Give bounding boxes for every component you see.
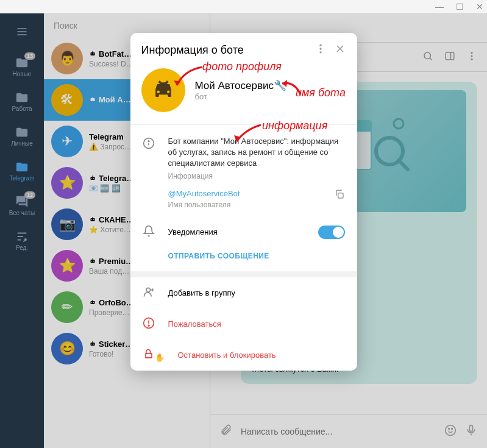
svg-point-53 — [157, 91, 159, 93]
info-icon — [143, 136, 155, 209]
send-message-button[interactable]: ОТПРАВИТЬ СООБЩЕНИЕ — [130, 251, 357, 271]
bot-description: Бот компании "Мой Автосервис": информаци… — [168, 136, 345, 169]
svg-point-54 — [167, 91, 169, 93]
notifications-toggle[interactable] — [318, 226, 345, 239]
modal-more-icon[interactable] — [315, 43, 327, 57]
block-button[interactable]: ✋ Остановить и блокировать — [130, 340, 357, 371]
bot-name: Мой Автосервис🔧 — [195, 79, 287, 92]
add-to-group-label: Добавить в группу — [168, 288, 236, 297]
modal-close-icon[interactable] — [334, 43, 346, 57]
bot-avatar[interactable] — [141, 68, 185, 112]
bell-icon — [143, 225, 155, 240]
report-button[interactable]: Пожаловаться — [130, 308, 357, 340]
modal-title: Информация о боте — [141, 44, 307, 57]
add-user-icon — [143, 286, 155, 300]
svg-point-57 — [148, 141, 149, 142]
svg-point-48 — [319, 44, 321, 46]
modal-backdrop[interactable]: Информация о боте Мой Автосервис🔧 бот Бо… — [0, 13, 487, 448]
warning-icon — [143, 317, 155, 331]
notifications-label: Уведомления — [168, 227, 305, 236]
bot-username[interactable]: @MyAutoserviceBot — [168, 189, 240, 198]
report-label: Пожаловаться — [168, 319, 221, 329]
bot-type-label: бот — [195, 92, 287, 101]
svg-point-59 — [146, 288, 150, 292]
info-label: Информация — [168, 172, 345, 180]
svg-point-64 — [148, 325, 149, 326]
block-label: Остановить и блокировать — [178, 350, 276, 360]
window-close[interactable]: ✕ — [476, 2, 483, 12]
window-minimize[interactable]: — — [435, 2, 444, 12]
svg-point-50 — [319, 51, 321, 53]
svg-rect-58 — [338, 193, 343, 197]
username-label: Имя пользователя — [168, 201, 240, 209]
stop-icon: ✋ — [143, 348, 165, 362]
window-maximize[interactable]: ☐ — [456, 2, 464, 12]
copy-icon[interactable] — [334, 189, 345, 202]
window-titlebar: — ☐ ✕ — [0, 0, 487, 13]
bot-info-modal: Информация о боте Мой Автосервис🔧 бот Бо… — [130, 33, 357, 371]
svg-point-49 — [319, 48, 321, 49]
add-to-group-button[interactable]: Добавить в группу — [130, 277, 357, 308]
